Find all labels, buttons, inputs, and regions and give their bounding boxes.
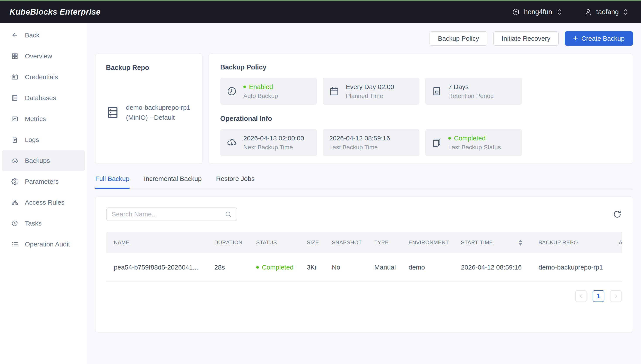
tab-restore-jobs[interactable]: Restore Jobs [216, 175, 255, 189]
next-backup-time-tile: 2026-04-13 02:00:00 Next Backup Time [220, 129, 317, 156]
auto-backup-label: Auto Backup [243, 92, 278, 100]
row-snapshot: No [324, 264, 367, 271]
retention-period-label: Retention Period [448, 92, 494, 100]
main-content: Backup Policy Initiate Recovery + Create… [87, 23, 641, 364]
status-dot [243, 86, 246, 88]
backup-repo-name: demo-backuprepo-rp1 (MinIO) --Default [126, 102, 192, 123]
backup-policy-button[interactable]: Backup Policy [430, 31, 487, 46]
list-icon [11, 241, 18, 248]
chevron-updown-icon [623, 9, 628, 15]
sitemap-icon [11, 199, 18, 206]
sort-asc-icon [518, 240, 522, 242]
backup-tabs: Full Backup Incremental Backup Restore J… [95, 175, 633, 189]
calendar-icon [329, 86, 339, 96]
create-backup-button[interactable]: + Create Backup [565, 31, 633, 46]
org-cube-icon [512, 8, 520, 16]
clock-icon [11, 220, 18, 227]
backup-policy-card: Backup Policy Enabled Auto Backup [209, 54, 633, 164]
grid-icon [11, 53, 18, 60]
sidebar-item-databases[interactable]: Databases [2, 88, 85, 108]
plus-icon: + [573, 34, 578, 42]
user-name: taofang [596, 8, 619, 16]
auto-backup-tile: Enabled Auto Backup [220, 78, 317, 105]
row-start-time: 2026-04-12 08:59:16 [454, 264, 531, 271]
cloud-upload-icon [11, 157, 18, 164]
pagination-next-button[interactable] [610, 290, 622, 302]
backup-repo-card: Backup Repo demo-backuprepo-rp1 (MinIO) … [95, 54, 202, 164]
col-actions: ACTIONS [611, 240, 622, 246]
sidebar-item-overview[interactable]: Overview [2, 46, 85, 66]
document-icon [11, 136, 18, 143]
brand-logo: KubeBlocks Enterprise [10, 8, 101, 16]
status-dot [256, 266, 259, 269]
backup-repo-title: Backup Repo [106, 64, 192, 72]
last-backup-time-value: 2026-04-12 08:59:16 [329, 134, 390, 142]
sidebar-item-credentials[interactable]: Credentials [2, 66, 85, 88]
arrow-left-icon [11, 32, 18, 39]
sidebar-item-label: Parameters [25, 178, 59, 185]
retention-period-tile: 7 Days Retention Period [425, 78, 522, 105]
org-name: heng4fun [524, 8, 552, 16]
next-backup-time-value: 2026-04-13 02:00:00 [243, 134, 304, 142]
backup-policy-title: Backup Policy [220, 63, 621, 71]
sidebar-item-logs[interactable]: Logs [2, 129, 85, 150]
user-menu[interactable]: taofang [584, 8, 628, 16]
initiate-recovery-label: Initiate Recovery [502, 35, 550, 42]
sidebar-item-metrics[interactable]: Metrics [2, 108, 85, 129]
tab-full-backup[interactable]: Full Backup [95, 175, 129, 189]
sidebar-item-label: Metrics [25, 115, 46, 122]
search-box [106, 208, 237, 221]
page-actions: Backup Policy Initiate Recovery + Create… [95, 31, 633, 46]
table-header-row: NAME DURATION STATUS SIZE SNAPSHOT TYPE … [106, 232, 622, 253]
col-type: TYPE [367, 240, 401, 246]
col-snapshot: SNAPSHOT [324, 240, 367, 246]
sidebar-item-parameters[interactable]: Parameters [2, 171, 85, 192]
sidebar-item-label: Access Rules [25, 199, 65, 206]
row-environment: demo [401, 264, 454, 271]
planned-time-value: Every Day 02:00 [346, 83, 394, 90]
sidebar-item-access-rules[interactable]: Access Rules [2, 192, 85, 213]
refresh-button[interactable] [613, 210, 622, 219]
search-input[interactable] [112, 210, 225, 218]
chevron-updown-icon [557, 9, 562, 15]
sidebar-item-label: Back [25, 32, 40, 39]
org-switcher[interactable]: heng4fun [512, 8, 562, 16]
sidebar: Back Overview Credentials Databases Metr… [0, 23, 87, 364]
sidebar-item-label: Overview [25, 52, 52, 60]
sidebar-item-operation-audit[interactable]: Operation Audit [2, 234, 85, 255]
row-status: Completed [249, 264, 299, 271]
last-backup-status-tile: Completed Last Backup Status [425, 129, 522, 156]
search-icon[interactable] [225, 210, 232, 218]
status-dot [448, 137, 451, 140]
row-duration: 28s [207, 264, 249, 271]
pagination-prev-button[interactable] [575, 290, 587, 302]
tab-incremental-backup[interactable]: Incremental Backup [144, 175, 202, 189]
col-size: SIZE [299, 240, 324, 246]
sort-start-time[interactable] [518, 240, 522, 246]
last-backup-status-label: Last Backup Status [448, 144, 501, 151]
gear-icon [11, 178, 18, 185]
col-start-time: START TIME [454, 240, 531, 246]
cloud-download-icon [227, 138, 237, 148]
col-status: STATUS [249, 240, 299, 246]
last-backup-time-label: Last Backup Time [329, 144, 390, 151]
table-row[interactable]: pea54-b759f88d5-2026041... 28s Completed… [106, 253, 622, 282]
topbar: KubeBlocks Enterprise heng4fun taofang [0, 1, 641, 23]
user-icon [584, 8, 592, 16]
initiate-recovery-button[interactable]: Initiate Recovery [493, 31, 559, 46]
sidebar-item-tasks[interactable]: Tasks [2, 213, 85, 234]
sidebar-item-label: Credentials [25, 73, 58, 81]
sidebar-item-backups[interactable]: Backups [2, 150, 85, 171]
chart-icon [11, 116, 18, 122]
sidebar-item-label: Operation Audit [25, 240, 70, 248]
col-name: NAME [106, 240, 207, 246]
backup-table-card: NAME DURATION STATUS SIZE SNAPSHOT TYPE … [95, 196, 633, 332]
retention-icon [432, 86, 442, 96]
copy-pages-icon [432, 138, 442, 148]
pagination-page-1[interactable]: 1 [593, 290, 604, 302]
row-name[interactable]: pea54-b759f88d5-2026041... [106, 264, 207, 271]
sort-desc-icon [518, 243, 522, 246]
database-icon [11, 94, 18, 102]
sidebar-item-back[interactable]: Back [2, 25, 85, 46]
backup-policy-label: Backup Policy [438, 35, 479, 42]
